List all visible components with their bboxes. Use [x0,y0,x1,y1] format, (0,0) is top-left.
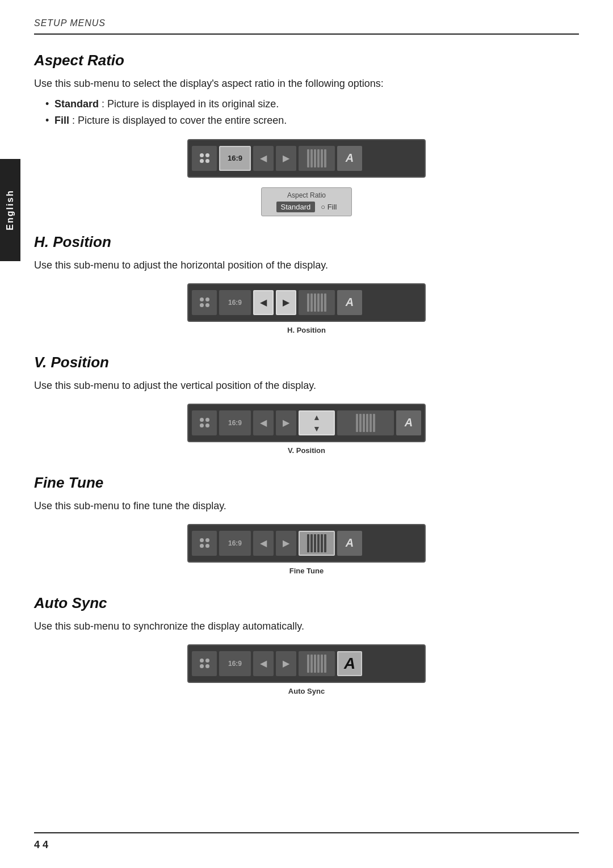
bullet-standard: Standard : Picture is displayed in its o… [45,96,579,112]
bullet-fill: Fill : Picture is displayed to cover the… [45,112,579,129]
menu-label-v-position: V. Position [288,446,325,455]
a-box-as-highlighted: A [337,651,362,676]
section-v-position: V. Position Use this sub-menu to adjust … [34,354,579,458]
body-h-position: Use this sub-menu to adjust the horizont… [34,258,579,273]
menu-label-h-position: H. Position [287,326,326,334]
arrow-left-h: ◀ [253,290,274,315]
submenu-title: Aspect Ratio [273,191,340,199]
arrow-left: ◀ [253,146,274,171]
v-pos-box: ▲ ▼ [299,410,335,435]
menu-image-aspect-ratio: 16:9 ◀ ▶ A Aspect Ratio [34,139,579,217]
heading-fine-tune: Fine Tune [34,474,579,492]
section-aspect-ratio: Aspect Ratio Use this sub-menu to select… [34,52,579,217]
menu-mockup-h-position: 16:9 ◀ ▶ A [187,283,426,322]
arrow-right-h: ▶ [276,290,296,315]
section-label: Setup Menus [34,18,106,28]
arrow-right-ft: ▶ [276,531,296,556]
menu-label-fine-tune: Fine Tune [289,567,324,575]
a-box-ft: A [337,531,362,556]
bullet-list-aspect-ratio: Standard : Picture is displayed in its o… [45,96,579,129]
lines-box-v [337,410,394,435]
option-standard: Standard [276,202,316,212]
a-box-v: A [396,410,421,435]
menu-mockup-v-position: 16:9 ◀ ▶ ▲ ▼ A [187,404,426,442]
menu-mockup-aspect-ratio: 16:9 ◀ ▶ A [187,139,426,178]
ratio-box-h: 16:9 [219,290,251,315]
a-box-aspect: A [337,146,362,171]
arrow-left-as: ◀ [253,651,274,676]
nav-icon-left-as [192,651,217,676]
body-aspect-ratio: Use this sub-menu to select the display'… [34,76,579,91]
heading-auto-sync: Auto Sync [34,594,579,612]
ratio-box-ft: 16:9 [219,531,251,556]
page-number: 4 4 [34,839,48,851]
submenu-options: Standard ○ Fill [273,202,340,212]
option-fill: ○ Fill [321,203,337,211]
body-v-position: Use this sub-menu to adjust the vertical… [34,378,579,393]
lines-box-h [299,290,335,315]
menu-mockup-auto-sync: 16:9 ◀ ▶ A [187,644,426,683]
menu-label-auto-sync: Auto Sync [288,687,325,695]
bullet-standard-term: Standard [54,98,99,110]
menu-image-fine-tune: 16:9 ◀ ▶ A Fine Tune [34,524,579,578]
body-fine-tune: Use this sub-menu to fine tune the displ… [34,498,579,514]
body-auto-sync: Use this sub-menu to synchronize the dis… [34,619,579,634]
arrow-left-ft: ◀ [253,531,274,556]
section-auto-sync: Auto Sync Use this sub-menu to synchroni… [34,594,579,699]
lines-box-as [299,651,335,676]
page-footer: 4 4 [34,832,579,851]
nav-icon-left-v [192,410,217,435]
section-h-position: H. Position Use this sub-menu to adjust … [34,233,579,338]
bullet-fill-term: Fill [54,115,69,126]
arrow-right-v: ▶ [276,410,296,435]
menu-image-auto-sync: 16:9 ◀ ▶ A Auto Sync [34,644,579,699]
main-content: Setup Menus Aspect Ratio Use this sub-me… [34,0,579,699]
menu-image-v-position: 16:9 ◀ ▶ ▲ ▼ A V. Position [34,404,579,458]
menu-mockup-fine-tune: 16:9 ◀ ▶ A [187,524,426,563]
lines-box-ft-active [299,531,335,556]
page-header: Setup Menus [34,17,579,35]
ratio-box-as: 16:9 [219,651,251,676]
ratio-box-v: 16:9 [219,410,251,435]
heading-v-position: V. Position [34,354,579,371]
lines-box-aspect [299,146,335,171]
bullet-fill-desc: : Picture is displayed to cover the enti… [72,115,287,126]
sidebar-english-tab: English [0,159,20,261]
menu-image-h-position: 16:9 ◀ ▶ A H. Position [34,283,579,338]
heading-aspect-ratio: Aspect Ratio [34,52,579,69]
a-box-h: A [337,290,362,315]
nav-icon-left-ft [192,531,217,556]
nav-icon-left [192,146,217,171]
section-fine-tune: Fine Tune Use this sub-menu to fine tune… [34,474,579,578]
ratio-box: 16:9 [219,146,251,171]
sidebar-label: English [5,190,15,230]
arrow-left-v: ◀ [253,410,274,435]
bullet-standard-desc: : Picture is displayed in its original s… [102,98,279,110]
arrow-right: ▶ [276,146,296,171]
arrow-right-as: ▶ [276,651,296,676]
nav-icon-left-h [192,290,217,315]
heading-h-position: H. Position [34,233,579,251]
